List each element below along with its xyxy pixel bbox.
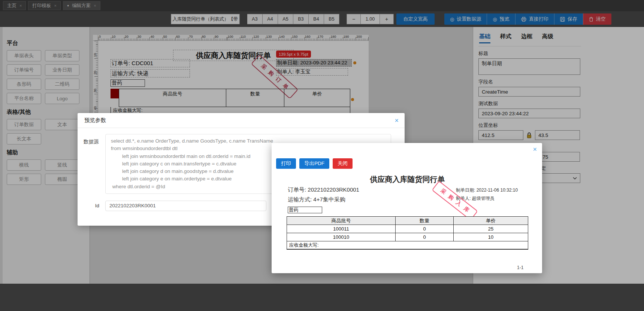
- print-button[interactable]: 打印: [276, 158, 296, 169]
- document-preview: 供应商入库随货同行单 订单号: 2022102203RK0001 制单日期: 2…: [287, 173, 528, 270]
- close-icon[interactable]: ×: [394, 117, 399, 124]
- doc-table-cell: 0: [396, 225, 454, 233]
- datasource-label: 数据源: [84, 134, 105, 194]
- doc-table-cell: 25: [454, 225, 528, 233]
- doc-table-cell: 0: [396, 233, 454, 241]
- doc-title: 供应商入库随货同行单: [287, 174, 528, 185]
- close-icon[interactable]: ×: [533, 146, 537, 153]
- export-pdf-button[interactable]: 导出PDF: [299, 158, 329, 169]
- doc-table-footer: 应收金额大写:: [287, 241, 528, 249]
- print-preview-modal: × 打印 导出PDF 关闭 供应商入库随货同行单 订单号: 2022102203…: [272, 143, 542, 273]
- doc-table-header: 单价: [454, 217, 528, 225]
- id-input[interactable]: 2022102203RK0001: [105, 201, 266, 211]
- page-indicator: 1-1: [517, 265, 523, 270]
- doc-table-cell: 100010: [287, 233, 396, 241]
- doc-make-date: 制单日期: 2022-11-06 10:32:10: [456, 187, 518, 193]
- doc-table-row: 100011 0 25: [287, 225, 528, 233]
- doc-table-row: 100010 0 10: [287, 233, 528, 241]
- doc-table-cell: 100011: [287, 225, 396, 233]
- doc-table-cell: 10: [454, 233, 528, 241]
- doc-table: 商品批号 数量 单价 100011 0 25 100010 0 10: [287, 216, 528, 250]
- doc-order-no: 订单号: 2022102203RK0001: [288, 186, 359, 193]
- doc-transport: 运输方式: 4+7集中采购: [288, 196, 345, 203]
- doc-drug-type: 普药: [288, 207, 322, 213]
- doc-table-header: 商品批号: [287, 217, 396, 225]
- modal-title: 预览参数: [84, 117, 106, 124]
- id-label: Id: [84, 203, 105, 208]
- doc-table-header: 数量: [396, 217, 454, 225]
- close-button[interactable]: 关闭: [333, 158, 353, 169]
